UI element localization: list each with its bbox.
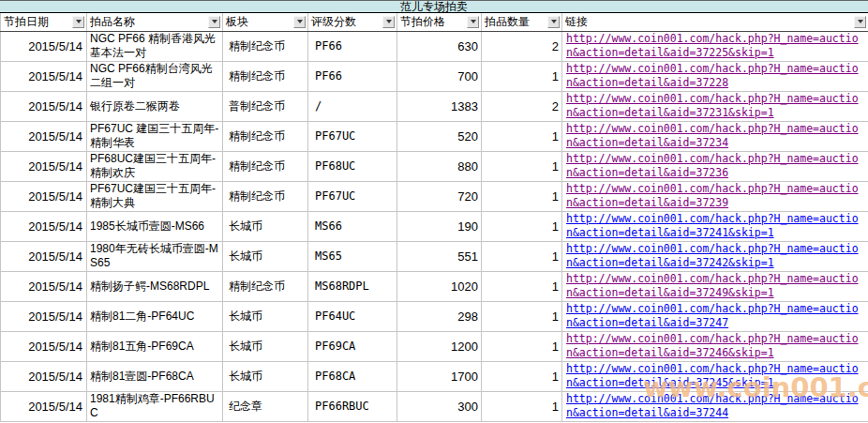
cell-section: 长城币	[223, 211, 308, 241]
column-header-label: 板块	[226, 14, 248, 30]
cell-name: 精制扬子鳄-MS68RDPL	[87, 271, 223, 301]
auction-link[interactable]: http://www.coin001.com/hack.php?H_name=a…	[566, 362, 864, 390]
column-header-label: 拍品名称	[90, 14, 135, 30]
cell-grade: MS68RDPL	[308, 271, 397, 301]
auction-link[interactable]: http://www.coin001.com/hack.php?H_name=a…	[566, 272, 864, 300]
cell-section: 精制纪念币	[223, 271, 308, 301]
cell-link: http://www.coin001.com/hack.php?H_name=a…	[562, 31, 868, 61]
cell-link: http://www.coin001.com/hack.php?H_name=a…	[562, 271, 868, 301]
column-header-label: 节拍日期	[4, 14, 49, 30]
cell-grade: PF66RBUC	[308, 391, 397, 421]
column-header-label: 链接	[565, 14, 588, 30]
cell-section: 长城币	[223, 361, 308, 391]
cell-grade: MS66	[308, 211, 397, 241]
cell-qty: 1	[482, 361, 562, 391]
auction-link[interactable]: http://www.coin001.com/hack.php?H_name=a…	[566, 152, 864, 180]
cell-name: 精制81二角-PF64UC	[87, 301, 223, 331]
cell-qty: 1	[482, 331, 562, 361]
filter-dropdown-button[interactable]	[72, 16, 84, 28]
cell-name: 1980年无砖长城币壹圆-MS65	[87, 241, 223, 271]
cell-qty: 1	[482, 151, 562, 181]
cell-qty: 1	[482, 121, 562, 151]
cell-section: 长城币	[223, 331, 308, 361]
cell-price: 298	[397, 301, 482, 331]
auction-link[interactable]: http://www.coin001.com/hack.php?H_name=a…	[566, 32, 864, 60]
cell-date: 2015/5/14	[1, 271, 87, 301]
cell-price: 1700	[397, 361, 482, 391]
cell-qty: 1	[482, 61, 562, 91]
cell-date: 2015/5/14	[1, 181, 87, 211]
cell-name: NGC PF66 精制香港风光基本法一对	[87, 31, 223, 61]
cell-date: 2015/5/14	[1, 31, 87, 61]
cell-grade: PF69CA	[308, 331, 397, 361]
cell-section: 长城币	[223, 241, 308, 271]
auction-link[interactable]: http://www.coin001.com/hack.php?H_name=a…	[566, 392, 864, 420]
cell-price: 190	[397, 211, 482, 241]
cell-link: http://www.coin001.com/hack.php?H_name=a…	[562, 391, 868, 421]
cell-price: 630	[397, 31, 482, 61]
auction-table: 节拍日期 拍品名称 板块 评级分数 节拍价格 拍品数量 链接 2015/5/14…	[0, 13, 868, 422]
auction-link[interactable]: http://www.coin001.com/hack.php?H_name=a…	[566, 212, 864, 240]
column-header-price: 节拍价格	[397, 13, 482, 31]
cell-date: 2015/5/14	[1, 361, 87, 391]
cell-section: 普制纪念币	[223, 91, 308, 121]
filter-dropdown-button[interactable]	[854, 16, 866, 28]
cell-grade: PF67UC	[308, 121, 397, 151]
cell-grade: PF67UC	[308, 181, 397, 211]
auction-link[interactable]: http://www.coin001.com/hack.php?H_name=a…	[566, 62, 864, 90]
auction-link[interactable]: http://www.coin001.com/hack.php?H_name=a…	[566, 302, 864, 330]
cell-date: 2015/5/14	[1, 151, 87, 181]
cell-link: http://www.coin001.com/hack.php?H_name=a…	[562, 121, 868, 151]
sheet-title: 范儿专场拍卖	[0, 0, 868, 13]
cell-name: 1985长城币壹圆-MS66	[87, 211, 223, 241]
table-row: 2015/5/14 银行原卷二猴两卷 普制纪念币 / 1383 2 http:/…	[1, 91, 868, 121]
cell-price: 720	[397, 181, 482, 211]
cell-name: 精制81五角-PF69CA	[87, 331, 223, 361]
filter-dropdown-button[interactable]	[382, 16, 395, 28]
cell-grade: PF64UC	[308, 301, 397, 331]
cell-date: 2015/5/14	[1, 331, 87, 361]
cell-link: http://www.coin001.com/hack.php?H_name=a…	[562, 181, 868, 211]
cell-grade: PF66	[308, 31, 397, 61]
filter-dropdown-button[interactable]	[208, 16, 220, 28]
cell-section: 精制纪念币	[223, 61, 308, 91]
table-row: 2015/5/14 精制81五角-PF69CA 长城币 PF69CA 1200 …	[1, 331, 868, 361]
chevron-down-icon	[297, 20, 303, 23]
auction-link[interactable]: http://www.coin001.com/hack.php?H_name=a…	[566, 122, 864, 150]
table-row: 2015/5/14 1981精制鸡章-PF66RBUC 纪念章 PF66RBUC…	[1, 391, 868, 421]
cell-qty: 1	[482, 271, 562, 301]
cell-name: NGC PF66精制台湾风光二组一对	[87, 61, 223, 91]
auction-link[interactable]: http://www.coin001.com/hack.php?H_name=a…	[566, 242, 864, 270]
cell-section: 长城币	[223, 301, 308, 331]
cell-link: http://www.coin001.com/hack.php?H_name=a…	[562, 91, 868, 121]
cell-name: PF68UC建国三十五周年-精制欢庆	[87, 151, 223, 181]
chevron-down-icon	[76, 20, 82, 23]
cell-name: 精制81壹圆-PF68CA	[87, 361, 223, 391]
cell-qty: 1	[482, 241, 562, 271]
auction-link[interactable]: http://www.coin001.com/hack.php?H_name=a…	[566, 332, 864, 360]
cell-date: 2015/5/14	[1, 301, 87, 331]
cell-date: 2015/5/14	[1, 121, 87, 151]
cell-grade: PF66	[308, 61, 397, 91]
cell-date: 2015/5/14	[1, 211, 87, 241]
column-header-qty: 拍品数量	[482, 13, 562, 31]
cell-section: 精制纪念币	[223, 121, 308, 151]
table-row: 2015/5/14 精制81二角-PF64UC 长城币 PF64UC 298 1…	[1, 301, 868, 331]
cell-grade: PF68CA	[308, 361, 397, 391]
auction-link[interactable]: http://www.coin001.com/hack.php?H_name=a…	[566, 182, 864, 210]
column-header-date: 节拍日期	[1, 13, 87, 31]
cell-grade: PF68UC	[308, 151, 397, 181]
filter-dropdown-button[interactable]	[467, 16, 479, 28]
column-header-name: 拍品名称	[87, 13, 223, 31]
cell-price: 700	[397, 61, 482, 91]
cell-date: 2015/5/14	[1, 391, 87, 421]
column-header-label: 评级分数	[311, 14, 356, 30]
cell-link: http://www.coin001.com/hack.php?H_name=a…	[562, 331, 868, 361]
cell-section: 精制纪念币	[223, 151, 308, 181]
cell-qty: 1	[482, 301, 562, 331]
auction-link[interactable]: http://www.coin001.com/hack.php?H_name=a…	[566, 92, 864, 120]
filter-dropdown-button[interactable]	[293, 16, 306, 28]
table-row: 2015/5/14 NGC PF66 精制香港风光基本法一对 精制纪念币 PF6…	[1, 31, 868, 61]
filter-dropdown-button[interactable]	[547, 16, 560, 28]
cell-link: http://www.coin001.com/hack.php?H_name=a…	[562, 241, 868, 271]
